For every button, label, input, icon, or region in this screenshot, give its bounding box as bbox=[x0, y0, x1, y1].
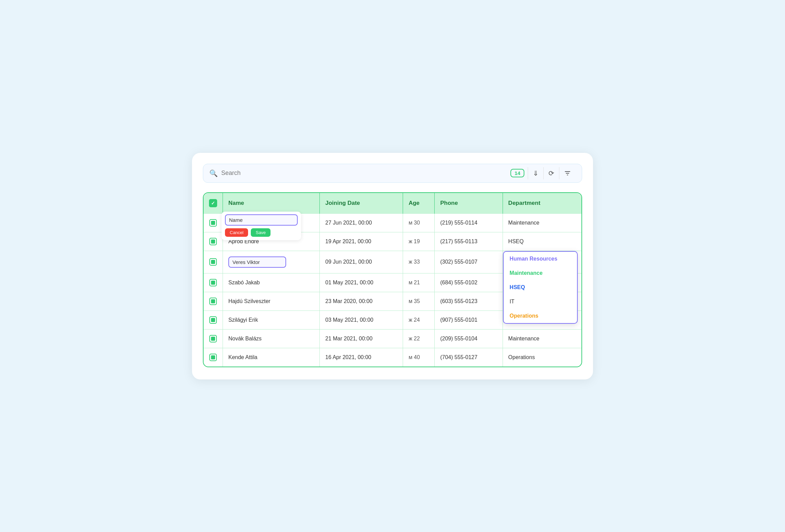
department-cell: Maintenance bbox=[503, 213, 581, 232]
count-badge: 14 bbox=[510, 169, 524, 177]
name-edit-input[interactable] bbox=[225, 214, 298, 226]
download-icon[interactable]: ⇓ bbox=[528, 167, 543, 179]
phone-cell: (209) 555-0104 bbox=[435, 329, 503, 348]
row-checkbox[interactable] bbox=[209, 258, 217, 266]
dept-option-it[interactable]: IT bbox=[504, 295, 577, 309]
age-cell: ж 33 bbox=[403, 251, 435, 273]
name-inline-edit-input[interactable] bbox=[228, 256, 286, 268]
name-cell: Hajdú Szilveszter bbox=[223, 292, 320, 311]
main-container: 🔍 14 ⇓ ⟳ Name Joining Date bbox=[192, 153, 593, 379]
search-bar: 🔍 14 ⇓ ⟳ bbox=[203, 164, 582, 183]
save-button[interactable]: Save bbox=[251, 228, 271, 237]
header-department: Department bbox=[503, 193, 581, 214]
row-checkbox-cell bbox=[204, 292, 223, 311]
phone-cell: (219) 555-0114 bbox=[435, 213, 503, 232]
phone-cell: (684) 555-0102 bbox=[435, 273, 503, 292]
header-joining-date: Joining Date bbox=[320, 193, 403, 214]
joining-date-cell: 19 Apr 2021, 00:00 bbox=[320, 232, 403, 251]
age-cell: м 30 bbox=[403, 213, 435, 232]
department-cell: Operations bbox=[503, 348, 581, 367]
name-edit-buttons: Cancel Save bbox=[225, 228, 298, 237]
header-checkbox-cell bbox=[204, 193, 223, 214]
age-cell: м 35 bbox=[403, 292, 435, 311]
department-cell: HSEQ bbox=[503, 232, 581, 251]
name-cell: Novák Balázs bbox=[223, 329, 320, 348]
joining-date-cell: 03 May 2021, 00:00 bbox=[320, 311, 403, 329]
age-cell: м 40 bbox=[403, 348, 435, 367]
row-checkbox[interactable] bbox=[209, 298, 217, 305]
table-row: Kende Attila 16 Apr 2021, 00:00 м 40 (70… bbox=[204, 348, 581, 367]
row-checkbox-cell bbox=[204, 348, 223, 367]
row-checkbox-cell bbox=[204, 232, 223, 251]
department-cell-editing: Human Resources Human Resources Maintena… bbox=[503, 251, 581, 273]
row-checkbox[interactable] bbox=[209, 279, 217, 286]
age-cell: ж 22 bbox=[403, 329, 435, 348]
header-phone: Phone bbox=[435, 193, 503, 214]
name-edit-popup: Cancel Save bbox=[222, 212, 301, 240]
row-checkbox[interactable] bbox=[209, 354, 217, 361]
data-table-wrapper: Name Joining Date Age Phone Department bbox=[203, 192, 582, 367]
age-cell: м 21 bbox=[403, 273, 435, 292]
select-all-checkbox[interactable] bbox=[209, 199, 217, 207]
name-cell: Szilágyi Erik bbox=[223, 311, 320, 329]
row-checkbox-cell bbox=[204, 273, 223, 292]
name-cell: Kende Attila bbox=[223, 348, 320, 367]
table-header-row: Name Joining Date Age Phone Department bbox=[204, 193, 581, 214]
filter-icon[interactable] bbox=[559, 167, 576, 179]
table-row: 09 Jun 2021, 00:00 ж 33 (302) 555-0107 H… bbox=[204, 251, 581, 273]
row-checkbox-cell bbox=[204, 329, 223, 348]
department-dropdown: Human Resources Maintenance HSEQ IT Oper… bbox=[503, 251, 578, 324]
row-checkbox[interactable] bbox=[209, 316, 217, 324]
row-checkbox[interactable] bbox=[209, 335, 217, 342]
refresh-icon[interactable]: ⟳ bbox=[543, 167, 559, 179]
cancel-button[interactable]: Cancel bbox=[225, 228, 248, 237]
phone-cell: (704) 555-0127 bbox=[435, 348, 503, 367]
joining-date-cell: 09 Jun 2021, 00:00 bbox=[320, 251, 403, 273]
phone-cell: (603) 555-0123 bbox=[435, 292, 503, 311]
table-row: Novák Balázs 21 Mar 2021, 00:00 ж 22 (20… bbox=[204, 329, 581, 348]
department-cell: Maintenance bbox=[503, 329, 581, 348]
joining-date-cell: 01 May 2021, 00:00 bbox=[320, 273, 403, 292]
dept-option-hseq[interactable]: HSEQ bbox=[504, 280, 577, 295]
joining-date-cell: 21 Mar 2021, 00:00 bbox=[320, 329, 403, 348]
joining-date-cell: 16 Apr 2021, 00:00 bbox=[320, 348, 403, 367]
age-cell: ж 24 bbox=[403, 311, 435, 329]
name-cell: Szabó Jakab bbox=[223, 273, 320, 292]
row-checkbox-cell bbox=[204, 213, 223, 232]
row-checkbox-cell bbox=[204, 251, 223, 273]
age-cell: ж 19 bbox=[403, 232, 435, 251]
dept-option-maintenance[interactable]: Maintenance bbox=[504, 266, 577, 280]
table-row: Cancel Save Csatár Géza 27 Jun 2021, 00:… bbox=[204, 213, 581, 232]
header-age: Age bbox=[403, 193, 435, 214]
row-checkbox[interactable] bbox=[209, 238, 217, 245]
phone-cell: (907) 555-0101 bbox=[435, 311, 503, 329]
data-table: Name Joining Date Age Phone Department bbox=[204, 193, 581, 367]
joining-date-cell: 23 Mar 2020, 00:00 bbox=[320, 292, 403, 311]
header-name: Name bbox=[223, 193, 320, 214]
dept-option-operations[interactable]: Operations bbox=[504, 309, 577, 323]
dept-option-human-resources[interactable]: Human Resources bbox=[504, 252, 577, 266]
phone-cell: (302) 555-0107 bbox=[435, 251, 503, 273]
name-cell-edit: Cancel Save Csatár Géza bbox=[223, 213, 320, 232]
joining-date-cell: 27 Jun 2021, 00:00 bbox=[320, 213, 403, 232]
phone-cell: (217) 555-0113 bbox=[435, 232, 503, 251]
row-checkbox-cell bbox=[204, 311, 223, 329]
search-actions: 14 ⇓ ⟳ bbox=[510, 167, 576, 179]
search-icon: 🔍 bbox=[209, 169, 218, 177]
row-checkbox[interactable] bbox=[209, 219, 217, 227]
name-cell-editing bbox=[223, 251, 320, 273]
search-input[interactable] bbox=[221, 170, 507, 177]
